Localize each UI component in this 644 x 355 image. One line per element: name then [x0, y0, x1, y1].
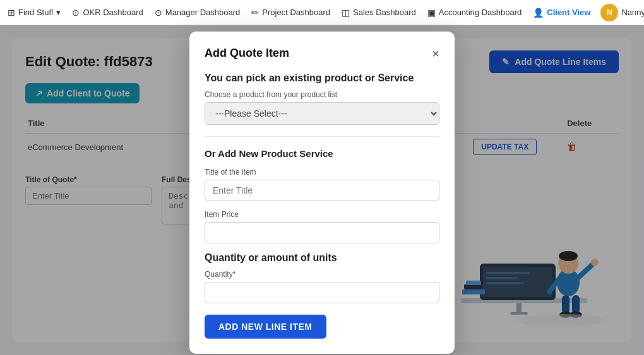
modal-close-button[interactable]: × — [432, 47, 439, 60]
product-select[interactable]: ---Please Select--- — [205, 102, 439, 125]
nav-okr-label: OKR Dashboard — [83, 8, 143, 17]
nav-find-stuff[interactable]: ⊞ Find Stuff ▾ — [8, 8, 61, 18]
item-title-group: Title of the item — [205, 168, 439, 201]
nav-manager-dashboard[interactable]: ⊙ Manager Dashboard — [155, 8, 241, 18]
quantity-group: Quantity* — [205, 270, 439, 303]
new-product-heading: Or Add New Product Service — [205, 148, 439, 159]
item-price-label: Item Price — [205, 210, 439, 219]
nav-right-section: 👤 Client View N Nanny McFee ▾ — [533, 4, 644, 21]
chevron-down-icon: ▾ — [56, 8, 61, 17]
user-name: Nanny McFee — [621, 8, 644, 17]
modal-backdrop: Add Quote Item × You can pick an existin… — [0, 25, 644, 355]
avatar: N — [600, 4, 618, 21]
main-content: Edit Quote: ffd5873 ✎ Add Quote Line Ite… — [0, 25, 644, 355]
nav-find-stuff-label: Find Stuff — [18, 8, 53, 17]
top-navigation: ⊞ Find Stuff ▾ ⊙ OKR Dashboard ⊙ Manager… — [0, 0, 644, 25]
okr-icon: ⊙ — [72, 8, 80, 18]
item-price-group: Item Price — [205, 210, 439, 243]
product-select-group: Choose a product from your product list … — [205, 90, 439, 125]
project-icon: ✏ — [251, 8, 259, 18]
nav-okr-dashboard[interactable]: ⊙ OKR Dashboard — [72, 8, 143, 18]
nav-project-label: Project Dashboard — [262, 8, 330, 17]
add-quote-item-modal: Add Quote Item × You can pick an existin… — [189, 32, 455, 354]
quantity-label: Quantity* — [205, 270, 439, 279]
existing-product-heading: You can pick an existing product or Serv… — [205, 73, 439, 84]
client-view-icon: 👤 — [533, 8, 544, 18]
divider — [205, 136, 439, 137]
item-title-input[interactable] — [205, 180, 439, 201]
manager-icon: ⊙ — [155, 8, 162, 18]
nav-project-dashboard[interactable]: ✏ Project Dashboard — [251, 8, 330, 18]
nav-sales-dashboard[interactable]: ◫ Sales Dashboard — [342, 8, 416, 18]
nav-accounting-dashboard[interactable]: ▣ Accounting Dashboard — [427, 8, 522, 18]
quantity-input[interactable] — [205, 282, 439, 303]
modal-title: Add Quote Item — [205, 47, 289, 60]
add-new-line-item-button[interactable]: ADD NEW LINE ITEM — [205, 315, 326, 339]
nav-client-view[interactable]: 👤 Client View — [533, 8, 590, 18]
sales-icon: ◫ — [342, 8, 350, 18]
product-select-label: Choose a product from your product list — [205, 90, 439, 99]
accounting-icon: ▣ — [427, 8, 436, 18]
nav-sales-label: Sales Dashboard — [353, 8, 416, 17]
nav-accounting-label: Accounting Dashboard — [439, 8, 522, 17]
user-menu[interactable]: N Nanny McFee ▾ — [600, 4, 644, 21]
grid-icon: ⊞ — [8, 8, 15, 18]
nav-manager-label: Manager Dashboard — [165, 8, 241, 17]
item-price-input[interactable] — [205, 222, 439, 243]
modal-header: Add Quote Item × — [205, 47, 439, 60]
quantity-heading: Quantity or amount of units — [205, 252, 439, 264]
nav-client-view-label: Client View — [547, 8, 590, 17]
item-title-label: Title of the item — [205, 168, 439, 177]
